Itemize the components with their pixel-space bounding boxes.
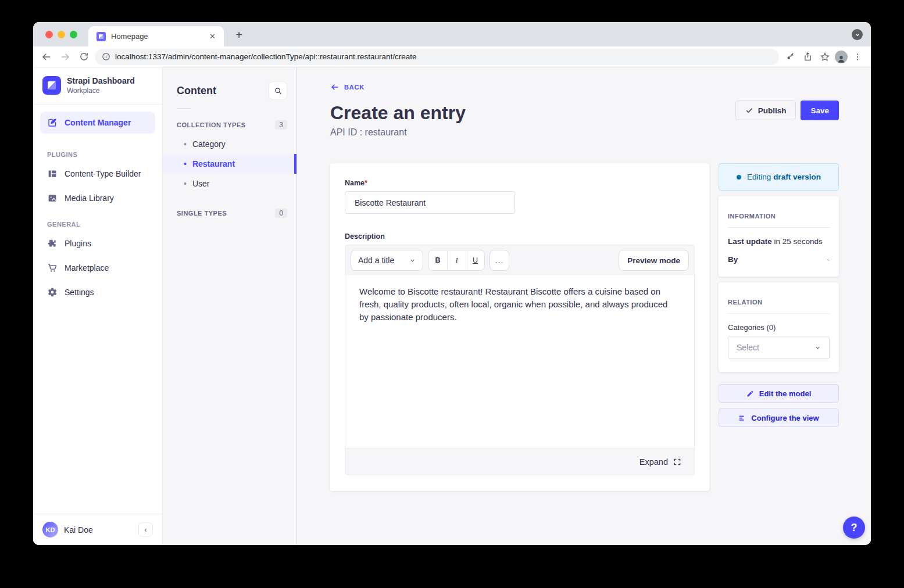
browser-menu-dots-icon[interactable] xyxy=(850,49,865,64)
search-icon xyxy=(274,87,283,95)
rich-text-editor: Add a title B I U ... Preview mode xyxy=(345,245,695,475)
sidebar-item-label: Media Library xyxy=(65,193,114,203)
entry-form-card: Name* Description Add a title xyxy=(330,163,709,491)
list-lines-icon xyxy=(738,414,746,422)
subnav-item-label: User xyxy=(192,179,210,188)
bookmark-star-icon[interactable] xyxy=(817,49,832,64)
categories-select[interactable]: Select xyxy=(728,336,830,359)
workspace-brand: Strapi Dashboard Workplace xyxy=(33,67,162,104)
sidebar-section-general: GENERAL xyxy=(33,210,162,231)
sidebar-item-plugins[interactable]: Plugins xyxy=(33,231,162,256)
toolbar-actions xyxy=(782,49,865,64)
save-button[interactable]: Save xyxy=(801,101,839,120)
user-avatar[interactable]: KD xyxy=(42,522,58,537)
collection-types-count-badge: 3 xyxy=(275,120,287,130)
meta-column: Editing draft version INFORMATION Last u… xyxy=(719,163,839,427)
share-icon[interactable] xyxy=(800,49,815,64)
bullet-icon: • xyxy=(184,159,187,168)
main-content: BACK Create an entry API ID : restaurant… xyxy=(297,67,871,545)
browser-window: Homepage ✕ + localhost:1337/admin/conten… xyxy=(33,22,871,545)
single-types-count-badge: 0 xyxy=(275,209,287,218)
draft-dot-icon xyxy=(737,175,741,180)
browser-menu-chevron-icon[interactable] xyxy=(852,29,863,40)
description-textarea[interactable]: Welcome to Biscotte restaurant! Restaura… xyxy=(345,275,694,448)
sidebar-user-footer: KD Kai Doe ‹ xyxy=(33,514,162,545)
by-row: By - xyxy=(728,255,830,264)
description-field-label: Description xyxy=(345,232,695,241)
check-icon xyxy=(745,106,753,114)
page-title: Create an entry xyxy=(330,102,466,124)
desktop-background: Homepage ✕ + localhost:1337/admin/conten… xyxy=(0,0,904,588)
back-nav-icon[interactable] xyxy=(39,49,54,64)
sidebar-item-label: Plugins xyxy=(65,239,91,248)
zoom-window-button[interactable] xyxy=(70,31,77,38)
sidebar-item-media-library[interactable]: Media Library xyxy=(33,186,162,210)
password-key-icon[interactable] xyxy=(782,49,798,64)
name-input[interactable] xyxy=(345,191,515,214)
help-button[interactable]: ? xyxy=(843,517,865,539)
sidebar-item-label: Marketplace xyxy=(65,263,109,273)
feather-pen-icon xyxy=(47,117,58,128)
window-controls xyxy=(45,31,77,38)
by-value: - xyxy=(827,255,830,264)
more-formats-button[interactable]: ... xyxy=(489,250,509,271)
strapi-favicon-icon xyxy=(97,32,106,41)
new-tab-button[interactable]: + xyxy=(231,27,247,43)
close-tab-icon[interactable]: ✕ xyxy=(207,31,218,42)
expand-icon[interactable] xyxy=(673,458,681,466)
name-field-label: Name* xyxy=(345,179,695,187)
chevron-down-icon xyxy=(409,257,416,264)
subnav-item-label: Category xyxy=(192,139,226,149)
categories-label: Categories (0) xyxy=(728,323,830,332)
subnav-item-restaurant[interactable]: • Restaurant xyxy=(163,154,296,174)
edit-model-button[interactable]: Edit the model xyxy=(719,384,839,403)
user-name: Kai Doe xyxy=(64,525,133,535)
site-info-icon xyxy=(102,52,110,61)
subnav-item-user[interactable]: • User xyxy=(163,174,296,193)
workspace-name: Workplace xyxy=(67,87,135,95)
chevron-down-icon xyxy=(814,345,821,351)
layout-icon xyxy=(47,168,58,179)
back-link[interactable]: BACK xyxy=(330,83,365,92)
sidebar-item-label: Settings xyxy=(65,288,94,297)
information-card: INFORMATION Last update in 25 seconds By… xyxy=(719,196,839,277)
title-dropdown[interactable]: Add a title xyxy=(351,250,423,271)
italic-button[interactable]: I xyxy=(447,250,466,270)
reload-icon[interactable] xyxy=(76,49,91,64)
collapse-sidebar-button[interactable]: ‹ xyxy=(138,522,153,537)
cart-icon xyxy=(47,263,58,273)
sidebar-item-marketplace[interactable]: Marketplace xyxy=(33,256,162,280)
close-window-button[interactable] xyxy=(45,31,53,38)
bold-button[interactable]: B xyxy=(428,250,447,270)
information-title: INFORMATION xyxy=(728,207,830,220)
minimize-window-button[interactable] xyxy=(58,31,65,38)
relation-card: RELATION Categories (0) Select xyxy=(719,282,839,372)
sidebar-item-content-type-builder[interactable]: Content-Type Builder xyxy=(33,162,162,186)
puzzle-icon xyxy=(47,238,58,249)
back-arrow-icon xyxy=(330,83,340,92)
browser-profile-avatar[interactable] xyxy=(835,51,848,63)
sidebar-section-plugins: PLUGINS xyxy=(33,141,162,162)
content-subnav: Content COLLECTION TYPES 3 • Category • … xyxy=(163,67,297,545)
preview-mode-button[interactable]: Preview mode xyxy=(619,250,689,271)
strapi-logo-icon xyxy=(42,76,61,95)
publish-button[interactable]: Publish xyxy=(735,101,796,120)
sidebar-item-content-manager[interactable]: Content Manager xyxy=(40,112,155,134)
tab-title: Homepage xyxy=(111,32,202,41)
browser-toolbar: localhost:1337/admin/content-manager/col… xyxy=(33,46,871,67)
subnav-item-label: Restaurant xyxy=(192,159,235,168)
underline-button[interactable]: U xyxy=(466,250,484,270)
single-types-label: SINGLE TYPES xyxy=(177,210,227,217)
subnav-title: Content xyxy=(177,85,216,97)
collection-types-label: COLLECTION TYPES xyxy=(177,121,246,128)
forward-nav-icon[interactable] xyxy=(58,49,73,64)
address-bar[interactable]: localhost:1337/admin/content-manager/col… xyxy=(95,49,779,65)
subnav-item-category[interactable]: • Category xyxy=(163,134,296,154)
expand-button[interactable]: Expand xyxy=(639,457,668,467)
sidebar-item-settings[interactable]: Settings xyxy=(33,280,162,304)
configure-view-button[interactable]: Configure the view xyxy=(719,408,839,427)
search-button[interactable] xyxy=(269,81,287,100)
browser-tab[interactable]: Homepage ✕ xyxy=(88,26,224,46)
editing-draft-badge: Editing draft version xyxy=(719,163,839,191)
bullet-icon: • xyxy=(184,139,187,149)
